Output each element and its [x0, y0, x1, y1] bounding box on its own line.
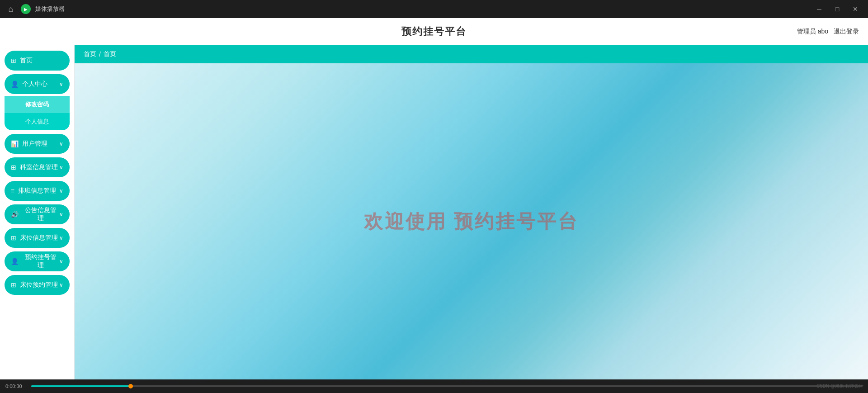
sidebar-item-home-label: 首页 — [20, 57, 33, 65]
sidebar-item-room-management-label: 科室信息管理 — [20, 163, 58, 171]
sidebar-item-room-management[interactable]: ⊞ 科室信息管理 ∨ — [5, 157, 70, 177]
submenu-item-personal-info[interactable]: 个人信息 — [5, 113, 70, 130]
watermark: CSDN @果果 程序设计 — [816, 383, 863, 389]
schedule-management-icon: ≡ — [11, 187, 14, 194]
body-container: ⊞ 首页 👤 个人中心 ∨ 修改密码 个人信息 📊 — [0, 45, 868, 379]
header: 预约挂号平台 管理员 abo 退出登录 — [0, 18, 868, 45]
titlebar-controls: ─ □ ✕ — [812, 4, 863, 14]
announcement-management-chevron-icon: ∨ — [59, 211, 63, 218]
app-container: 预约挂号平台 管理员 abo 退出登录 ⊞ 首页 👤 个人中心 ∨ — [0, 18, 868, 393]
sidebar-item-home[interactable]: ⊞ 首页 — [5, 51, 70, 71]
bed-management-chevron-icon: ∨ — [59, 235, 63, 241]
titlebar-media-icon: ▶ — [21, 4, 31, 14]
appointment-management-icon: 👤 — [11, 258, 19, 265]
sidebar-item-user-management[interactable]: 📊 用户管理 ∨ — [5, 134, 70, 154]
header-user-area: 管理员 abo 退出登录 — [797, 28, 859, 36]
sidebar-item-bed-management[interactable]: ⊞ 床位信息管理 ∨ — [5, 228, 70, 248]
sidebar-item-schedule-management-label: 排班信息管理 — [18, 187, 56, 195]
personal-center-submenu: 修改密码 个人信息 — [5, 96, 70, 130]
sidebar-item-user-management-label: 用户管理 — [22, 140, 47, 148]
sidebar-item-appointment-management[interactable]: 👤 预约挂号管理 ∨ — [5, 251, 70, 271]
titlebar-title: 媒体播放器 — [35, 5, 65, 13]
header-title: 预约挂号平台 — [401, 25, 467, 38]
sidebar-item-personal-center-label: 个人中心 — [22, 80, 47, 88]
user-management-chevron-icon: ∨ — [59, 141, 63, 147]
welcome-area: 欢迎使用 预约挂号平台 — [75, 63, 868, 379]
media-progress-dot — [128, 384, 133, 388]
sidebar-item-schedule-management[interactable]: ≡ 排班信息管理 ∨ — [5, 181, 70, 201]
sidebar-item-announcement-management-label: 公告信息管理 — [22, 206, 59, 223]
breadcrumb-current: 首页 — [104, 50, 116, 58]
appointment-management-chevron-icon: ∨ — [59, 258, 63, 265]
maximize-button[interactable]: □ — [830, 4, 844, 14]
sidebar-item-personal-center[interactable]: 👤 个人中心 ∨ — [5, 74, 70, 94]
home-icon: ⊞ — [11, 57, 16, 64]
bottom-bar: 0:00:30 CSDN @果果 程序设计 — [0, 379, 868, 393]
media-progress-bar[interactable] — [31, 385, 863, 387]
schedule-management-chevron-icon: ∨ — [59, 188, 63, 194]
titlebar-home-icon[interactable]: ⌂ — [5, 4, 16, 14]
close-button[interactable]: ✕ — [848, 4, 863, 14]
personal-center-chevron-icon: ∨ — [59, 81, 63, 87]
bed-management-icon: ⊞ — [11, 234, 16, 241]
header-admin-text: 管理员 abo — [797, 28, 828, 36]
user-management-icon: 📊 — [11, 140, 19, 147]
sidebar: ⊞ 首页 👤 个人中心 ∨ 修改密码 个人信息 📊 — [0, 45, 75, 379]
sidebar-item-appointment-management-label: 预约挂号管理 — [22, 253, 59, 270]
title-bar: ⌂ ▶ 媒体播放器 ─ □ ✕ — [0, 0, 868, 18]
announcement-management-icon: 🔊 — [11, 211, 19, 218]
breadcrumb: 首页 / 首页 — [75, 45, 868, 63]
room-management-chevron-icon: ∨ — [59, 164, 63, 170]
welcome-text: 欢迎使用 预约挂号平台 — [364, 209, 579, 234]
breadcrumb-separator: / — [99, 51, 101, 58]
minimize-button[interactable]: ─ — [812, 4, 826, 14]
breadcrumb-home: 首页 — [84, 50, 96, 58]
bed-appointment-management-icon: ⊞ — [11, 281, 16, 289]
main-content: 首页 / 首页 欢迎使用 预约挂号平台 — [75, 45, 868, 379]
media-time: 0:00:30 — [5, 384, 22, 389]
bed-appointment-management-chevron-icon: ∨ — [59, 282, 63, 288]
sidebar-item-bed-management-label: 床位信息管理 — [20, 234, 58, 242]
media-progress-fill — [31, 385, 131, 387]
room-management-icon: ⊞ — [11, 164, 16, 171]
sidebar-item-announcement-management[interactable]: 🔊 公告信息管理 ∨ — [5, 204, 70, 224]
sidebar-item-bed-appointment-management-label: 床位预约管理 — [20, 281, 58, 289]
personal-center-icon: 👤 — [11, 80, 19, 88]
logout-button[interactable]: 退出登录 — [834, 28, 859, 36]
sidebar-item-bed-appointment-management[interactable]: ⊞ 床位预约管理 ∨ — [5, 275, 70, 295]
submenu-item-change-password[interactable]: 修改密码 — [5, 96, 70, 113]
